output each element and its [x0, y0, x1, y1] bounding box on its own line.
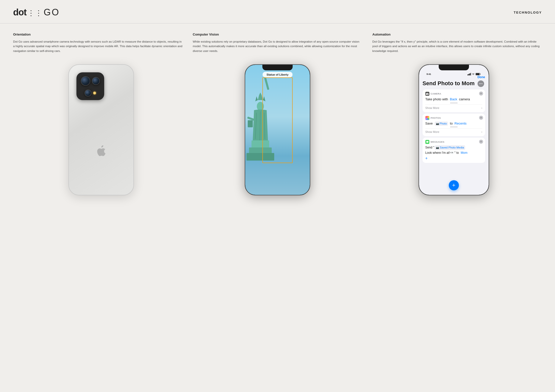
- chevron-right-icon-2: ›: [481, 130, 482, 133]
- svg-rect-13: [469, 73, 470, 75]
- camera-module: [76, 72, 104, 100]
- messages-card-header: MESSAGES: [425, 140, 482, 144]
- vision-screen: Statue of Liberty: [245, 65, 310, 195]
- messages-card-close[interactable]: ✕: [479, 140, 483, 144]
- messages-card-body: Send " 📷 Saved Photo Media: [425, 145, 482, 150]
- saved-photo-media-chip[interactable]: 📷 Saved Photo Media: [435, 145, 465, 150]
- svg-rect-11: [467, 74, 468, 75]
- more-options-button[interactable]: [478, 80, 484, 87]
- photos-card-drag-handle: [450, 127, 458, 127]
- camera-show-more[interactable]: Show More ›: [425, 104, 482, 110]
- svg-marker-3: [255, 96, 258, 101]
- svg-point-18: [479, 83, 480, 84]
- ellipsis-icon: [479, 83, 483, 84]
- svg-rect-17: [480, 74, 481, 75]
- side-buttons-right: [133, 100, 134, 111]
- shortcut-title: Send Photo to Mom: [423, 80, 485, 87]
- camera-card-icon: [425, 92, 429, 96]
- logo-separator: ⋮⋮: [27, 9, 43, 17]
- svg-rect-12: [468, 74, 469, 75]
- phone3-wrapper: 9:41: [366, 64, 542, 195]
- photos-card-icon: [425, 116, 429, 120]
- photos-section-label: PHOTOS: [431, 117, 441, 119]
- feature-vision-title: Computer Vision: [193, 33, 362, 36]
- add-shortcut-button[interactable]: +: [449, 180, 459, 190]
- shortcuts-content: 9:41: [419, 65, 489, 195]
- take-photo-prefix: Take photo with: [425, 97, 448, 101]
- status-time: 9:41: [427, 73, 431, 75]
- photos-card-header: PHOTOS: [425, 116, 482, 120]
- status-icons: [467, 73, 481, 75]
- recents-highlight[interactable]: Recents: [455, 122, 467, 125]
- volume-up-btn: [68, 90, 69, 97]
- camera-flash: [93, 92, 96, 95]
- phone-back: [68, 64, 134, 195]
- camera-section-label: CAMERA: [431, 93, 441, 95]
- phone-shortcuts: 9:41: [419, 64, 489, 195]
- feature-orientation-desc: Dot Go uses advanced smartphone camera t…: [13, 39, 183, 53]
- photos-show-more[interactable]: Show More ›: [425, 128, 482, 134]
- shortcuts-top-bar: Done: [423, 75, 485, 79]
- feature-automation-desc: Dot Go leverages the "if x, then y" prin…: [372, 39, 542, 53]
- svg-rect-16: [476, 73, 479, 75]
- phone2-wrapper: Statue of Liberty: [189, 64, 366, 195]
- lens-ultrawide: [85, 89, 92, 97]
- chevron-right-icon: ›: [481, 106, 482, 109]
- feature-orientation-title: Orientation: [13, 33, 183, 36]
- shortcuts-screen: 9:41: [419, 65, 489, 195]
- vision-bounding-box: [262, 77, 293, 163]
- feature-automation: Automation Dot Go leverages the "if x, t…: [372, 33, 542, 53]
- photos-card-close[interactable]: ✕: [479, 116, 483, 120]
- add-action-button[interactable]: +: [425, 156, 482, 161]
- messages-card-body-2: Look where I'm at! 👀 " to Mom: [425, 150, 482, 155]
- shortcuts-notch: [439, 65, 469, 70]
- mom-recipient-highlight[interactable]: Mom: [461, 150, 467, 155]
- battery-icon: [476, 73, 481, 75]
- phone-back-body: [69, 65, 133, 195]
- svg-marker-2: [258, 93, 263, 100]
- photos-card-body: Save 📷 Photo to Recents: [425, 121, 482, 126]
- feature-vision-desc: While existing solutions rely on proprie…: [193, 39, 362, 53]
- svg-point-19: [481, 83, 481, 84]
- messages-card-icon: [425, 140, 429, 144]
- feature-vision: Computer Vision While existing solutions…: [193, 33, 372, 53]
- camera-card-header: CAMERA: [425, 92, 482, 96]
- header: dot ⋮⋮ GO TECHNOLOGY: [0, 0, 555, 23]
- send-to-label: " to: [454, 150, 459, 155]
- photo-chip[interactable]: 📷 Photo: [435, 122, 448, 126]
- svg-rect-7: [248, 120, 253, 127]
- logo-dot-text: dot: [13, 7, 26, 18]
- logo-go-text: GO: [44, 7, 60, 18]
- apple-logo: [97, 145, 106, 155]
- logo: dot ⋮⋮ GO: [13, 7, 60, 18]
- photos-action-card: PHOTOS ✕ Save 📷 Photo to Recents: [423, 114, 485, 136]
- wifi-icon: [472, 73, 475, 75]
- camera-card-close[interactable]: ✕: [479, 92, 483, 96]
- svg-rect-14: [470, 73, 471, 75]
- svg-point-20: [482, 83, 483, 84]
- messages-action-card: MESSAGES ✕ Send " 📷 Saved Photo Media Lo…: [423, 138, 485, 163]
- power-btn: [133, 100, 134, 111]
- lens-tele: [92, 77, 100, 85]
- card-drag-handle: [450, 103, 458, 103]
- vision-label: Statue of Liberty: [263, 72, 293, 77]
- save-to: to: [450, 122, 453, 125]
- features-section: Orientation Dot Go uses advanced smartph…: [0, 23, 555, 59]
- vision-notch: [262, 65, 293, 70]
- phone1-wrapper: [13, 64, 189, 195]
- camera-card-body: Take photo with Back camera: [425, 97, 482, 102]
- signal-icon: [467, 73, 471, 75]
- back-camera-highlight[interactable]: Back: [450, 97, 457, 101]
- nav-technology-link[interactable]: TECHNOLOGY: [514, 11, 542, 14]
- save-prefix: Save: [425, 122, 433, 125]
- send-prefix: Send ": [425, 145, 434, 150]
- send-text: Look where I'm at!: [425, 150, 450, 155]
- side-buttons-left: [68, 90, 69, 122]
- done-button[interactable]: Done: [478, 75, 485, 79]
- feature-orientation: Orientation Dot Go uses advanced smartph…: [13, 33, 193, 53]
- lens-wide: [81, 76, 90, 86]
- silent-btn: [68, 111, 69, 122]
- take-photo-suffix: camera: [459, 97, 470, 101]
- svg-point-21: [427, 94, 428, 95]
- camera-icon: [426, 93, 429, 95]
